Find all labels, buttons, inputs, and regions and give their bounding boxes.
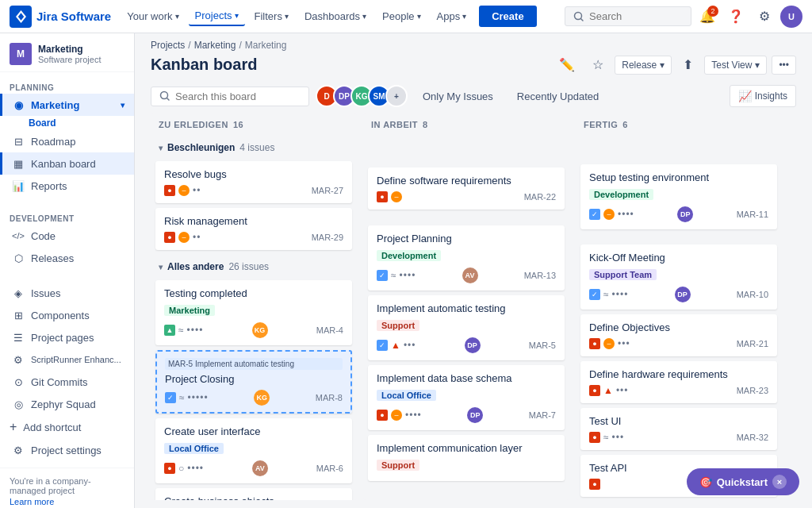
card-meta: ✓ ▲ ••• DP MAR-5 <box>377 337 556 353</box>
nav-filters-label: Filters <box>255 10 282 22</box>
sidebar-item-code[interactable]: </> Code <box>0 225 134 247</box>
card-implement-automatic-testing[interactable]: Implement automatic testing Support ✓ ▲ … <box>368 295 565 360</box>
settings-button[interactable]: ⚙ <box>752 4 777 29</box>
share-button[interactable]: ⬆ <box>676 54 699 75</box>
sidebar-item-scriptrunner[interactable]: ⚙ ScriptRunner Enhanc... <box>0 348 134 371</box>
nav-filters[interactable]: Filters ▾ <box>248 7 295 25</box>
test-view-button[interactable]: Test View ▾ <box>704 56 767 75</box>
column-done: FERTIG 6 Setup testing environment Devel… <box>576 114 782 500</box>
sidebar-item-roadmap[interactable]: ⊟ Roadmap <box>0 130 134 152</box>
sidebar-item-reports[interactable]: 📊 Reports <box>0 175 134 197</box>
insights-label: Insights <box>755 90 787 102</box>
sidebar-item-kanban[interactable]: ▦ Kanban board <box>0 152 134 175</box>
card-testing-completed[interactable]: Testing completed Marketing ▲ ≈ •••• KG … <box>155 280 352 345</box>
quickstart-close-button[interactable]: × <box>772 475 787 489</box>
notifications-button[interactable]: 🔔 2 <box>695 4 720 29</box>
sidebar: M Marketing Software project PLANNING ◉ … <box>0 33 135 508</box>
breadcrumb-projects[interactable]: Projects <box>151 40 185 51</box>
nav-your-work[interactable]: Your work ▾ <box>121 7 185 25</box>
card-setup-testing-env[interactable]: Setup testing environment Development ✓ … <box>580 164 777 229</box>
card-title: Implement data base schema <box>377 372 556 384</box>
create-button[interactable]: Create <box>479 6 536 27</box>
only-my-issues-button[interactable]: Only My Issues <box>414 87 502 106</box>
app-logo[interactable]: Jira Software <box>10 6 111 28</box>
sidebar-item-project-settings[interactable]: ⚙ Project settings <box>0 439 134 461</box>
star-button[interactable]: ☆ <box>586 54 610 75</box>
priority-icon: ≈ <box>603 432 609 443</box>
nav-people[interactable]: People ▾ <box>376 7 427 25</box>
card-meta: ● – •••• DP MAR-7 <box>377 407 556 423</box>
swimlane-beschleunigen-header[interactable]: ▾ Beschleunigen 4 issues <box>155 139 352 156</box>
board-search[interactable] <box>151 87 309 106</box>
card-title: Project Closing <box>165 373 343 385</box>
priority-medium-icon: – <box>391 191 402 202</box>
card-implement-db-schema[interactable]: Implement data base schema Local Office … <box>368 365 565 430</box>
card-meta: ✓ ≈ •••• DP MAR-10 <box>589 287 768 302</box>
card-title: Create user interface <box>164 425 343 437</box>
sidebar-item-pages-label: Project pages <box>31 332 94 344</box>
sidebar-item-marketing[interactable]: ◉ Marketing ▾ <box>0 94 134 116</box>
card-risk-management[interactable]: Risk management ● – •• MAR-29 <box>155 208 352 250</box>
priority-icon: ≈ <box>178 325 184 336</box>
card-project-planning[interactable]: Project Planning Development ✓ ≈ •••• AV… <box>368 225 565 291</box>
sidebar-item-zephyr[interactable]: ◎ Zephyr Squad <box>0 393 134 415</box>
card-project-closing[interactable]: MAR-5 Implement automatic testing Projec… <box>155 350 352 414</box>
board-toolbar: D DP KG SM + Only My Issues Recently Upd… <box>135 82 812 114</box>
sidebar-item-components[interactable]: ⊞ Components <box>0 304 134 326</box>
release-button[interactable]: Release ▾ <box>615 56 672 75</box>
breadcrumb-marketing1[interactable]: Marketing <box>194 40 236 51</box>
label-support-team: Support Team <box>589 269 657 280</box>
swimlane-count: 4 issues <box>239 142 274 153</box>
card-meta: ▲ ≈ •••• KG MAR-4 <box>164 322 343 338</box>
card-implement-communication[interactable]: Implement communication layer Support <box>368 435 565 481</box>
card-test-ui[interactable]: Test UI ● ≈ ••• MAR-32 <box>580 408 777 450</box>
release-label: Release <box>622 60 657 71</box>
insights-button[interactable]: 📈 Insights <box>730 85 796 107</box>
search-input[interactable] <box>589 10 668 22</box>
edit-icon-button[interactable]: ✏️ <box>553 54 581 75</box>
sidebar-add-shortcut[interactable]: + Add shortcut <box>0 415 134 439</box>
avatar-more[interactable]: + <box>385 85 408 107</box>
zephyr-icon: ◎ <box>12 398 25 410</box>
user-avatar[interactable]: U <box>780 6 802 28</box>
more-options-button[interactable]: ••• <box>772 56 796 75</box>
notification-badge: 2 <box>707 6 718 17</box>
sidebar-item-issues[interactable]: ◈ Issues <box>0 282 134 304</box>
card-title: Setup testing environment <box>589 171 768 183</box>
sidebar-item-settings-label: Project settings <box>31 444 102 456</box>
sidebar-item-git-commits[interactable]: ⊙ Git Commits <box>0 371 134 393</box>
card-create-user-interface[interactable]: Create user interface Local Office ● ○ •… <box>155 418 352 483</box>
card-define-hardware-req[interactable]: Define hardware requirements ● ▲ ••• MAR… <box>580 361 777 403</box>
sidebar-planning-section: PLANNING ◉ Marketing ▾ Board ⊟ Roadmap ▦… <box>0 72 134 203</box>
sidebar-item-project-pages[interactable]: ☰ Project pages <box>0 326 134 348</box>
quickstart-button[interactable]: 🎯 Quickstart × <box>687 468 799 495</box>
card-date: MAR-8 <box>316 393 343 402</box>
card-resolve-bugs[interactable]: Resolve bugs ● – •• MAR-27 <box>155 161 352 203</box>
breadcrumb-sep2: / <box>239 40 241 51</box>
footer-line2[interactable]: Learn more <box>10 497 124 506</box>
bug-icon: ● <box>164 463 175 474</box>
nav-apps-label: Apps <box>437 10 461 22</box>
card-define-software-req[interactable]: Define software requirements ● – MAR-22 <box>368 167 565 210</box>
priority-medium-icon: – <box>178 232 190 243</box>
swimlane-alles-header[interactable]: ▾ Alles andere 26 issues <box>155 258 352 275</box>
sidebar-item-releases[interactable]: ⬡ Releases <box>0 247 134 269</box>
nav-dashboards[interactable]: Dashboards ▾ <box>298 7 373 25</box>
sidebar-dev-section: DEVELOPMENT </> Code ⬡ Releases <box>0 203 134 275</box>
board-search-input[interactable] <box>175 90 286 102</box>
nav-apps[interactable]: Apps ▾ <box>431 7 473 25</box>
card-date: MAR-22 <box>524 192 556 202</box>
card-kickoff-meeting[interactable]: Kick-Off Meeting Support Team ✓ ≈ •••• D… <box>580 244 777 310</box>
card-avatar: DP <box>467 407 483 423</box>
nav-icons-group: 🔔 2 ❓ ⚙ U <box>695 4 802 29</box>
global-search[interactable] <box>565 6 691 26</box>
recently-updated-button[interactable]: Recently Updated <box>508 87 607 106</box>
nav-projects[interactable]: Projects ▾ <box>189 6 245 26</box>
settings-icon: ⚙ <box>12 444 25 456</box>
card-create-business-objects[interactable]: Create business objects PMO <box>155 488 352 500</box>
card-define-objectives[interactable]: Define Objectives ● – ••• MAR-21 <box>580 314 777 356</box>
help-button[interactable]: ❓ <box>723 4 749 29</box>
sidebar-item-board-sub[interactable]: Board <box>0 116 134 130</box>
chevron-down-icon: ▾ <box>660 60 665 71</box>
project-icon: M <box>10 43 32 65</box>
